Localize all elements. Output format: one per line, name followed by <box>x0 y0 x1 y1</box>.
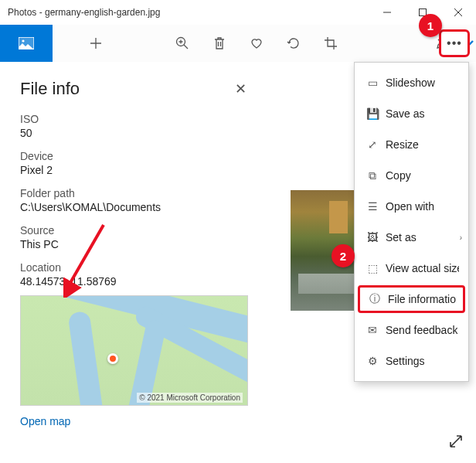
menu-label: Slideshow <box>386 77 435 89</box>
favorite-button[interactable] <box>238 25 275 62</box>
menu-label: Set as <box>386 231 416 243</box>
menu-file-information[interactable]: ⓘFile information <box>358 285 465 313</box>
menu-copy[interactable]: ⧉Copy <box>355 160 468 191</box>
menu-view-actual-size[interactable]: ⬚View actual size <box>355 253 468 284</box>
svg-point-3 <box>22 39 24 42</box>
location-label: Location <box>20 261 246 274</box>
location-value: 48.14573, 11.58769 <box>20 275 246 288</box>
menu-set-as[interactable]: 🖼Set as› <box>355 222 468 253</box>
file-info-panel: File info ✕ ISO 50 Device Pixel 2 Folder… <box>0 62 267 463</box>
menu-label: Open with <box>386 200 434 213</box>
menu-label: Settings <box>386 355 425 367</box>
menu-label: Send feedback <box>386 324 457 336</box>
location-map[interactable]: © 2021 Microsoft Corporation <box>20 295 248 406</box>
view-photo-button[interactable] <box>0 25 53 62</box>
source-value: This PC <box>20 238 246 250</box>
save-icon: 💾 <box>364 107 381 120</box>
title-bar: Photos - germany-english-garden.jpg <box>0 0 476 25</box>
resize-icon: ⤢ <box>364 138 381 151</box>
add-button[interactable] <box>77 25 114 62</box>
fullscreen-button[interactable] <box>448 434 464 452</box>
feedback-icon: ✉ <box>364 324 381 336</box>
menu-slideshow[interactable]: ▭Slideshow <box>355 67 468 98</box>
iso-label: ISO <box>20 113 246 125</box>
map-copyright: © 2021 Microsoft Corporation <box>137 393 243 403</box>
close-window-button[interactable] <box>440 0 476 25</box>
menu-open-with[interactable]: ☰Open with <box>355 191 468 222</box>
folder-value: C:\Users\KOMAL\Documents <box>20 201 246 213</box>
slideshow-icon: ▭ <box>364 77 381 89</box>
menu-label: Copy <box>386 169 411 182</box>
window-title: Photos - germany-english-garden.jpg <box>8 7 369 18</box>
menu-label: Save as <box>386 107 425 120</box>
open-with-icon: ☰ <box>364 200 381 213</box>
settings-icon: ⚙ <box>364 355 381 367</box>
crop-button[interactable] <box>312 25 349 62</box>
open-map-link[interactable]: Open map <box>20 415 70 427</box>
menu-resize[interactable]: ⤢Resize <box>355 129 468 160</box>
file-info-title: File info <box>20 79 80 99</box>
menu-label: File information <box>388 293 457 305</box>
actual-size-icon: ⬚ <box>364 262 381 274</box>
iso-value: 50 <box>20 127 246 139</box>
callout-badge-1: 1 <box>419 14 442 37</box>
device-label: Device <box>20 150 246 162</box>
close-panel-button[interactable]: ✕ <box>235 80 246 97</box>
folder-label: Folder path <box>20 187 246 199</box>
menu-label: Resize <box>386 138 419 151</box>
copy-icon: ⧉ <box>364 169 381 182</box>
minimize-button[interactable] <box>369 0 405 25</box>
map-pin-icon <box>107 353 118 364</box>
chevron-right-icon: › <box>460 233 462 242</box>
source-label: Source <box>20 224 246 237</box>
device-value: Pixel 2 <box>20 164 246 176</box>
info-icon: ⓘ <box>366 292 383 306</box>
menu-settings[interactable]: ⚙Settings <box>355 346 468 376</box>
delete-button[interactable] <box>201 25 238 62</box>
menu-send-feedback[interactable]: ✉Send feedback <box>355 315 468 346</box>
menu-label: View actual size <box>386 262 459 274</box>
more-button[interactable]: ••• <box>439 29 470 57</box>
zoom-button[interactable] <box>164 25 201 62</box>
toolbar: ••• <box>0 25 476 62</box>
rotate-button[interactable] <box>275 25 312 62</box>
context-menu: ▭Slideshow 💾Save as ⤢Resize ⧉Copy ☰Open … <box>354 62 469 382</box>
callout-badge-2: 2 <box>332 244 355 267</box>
ellipsis-icon: ••• <box>447 36 462 50</box>
menu-save-as[interactable]: 💾Save as <box>355 98 468 129</box>
set-as-icon: 🖼 <box>364 231 381 243</box>
